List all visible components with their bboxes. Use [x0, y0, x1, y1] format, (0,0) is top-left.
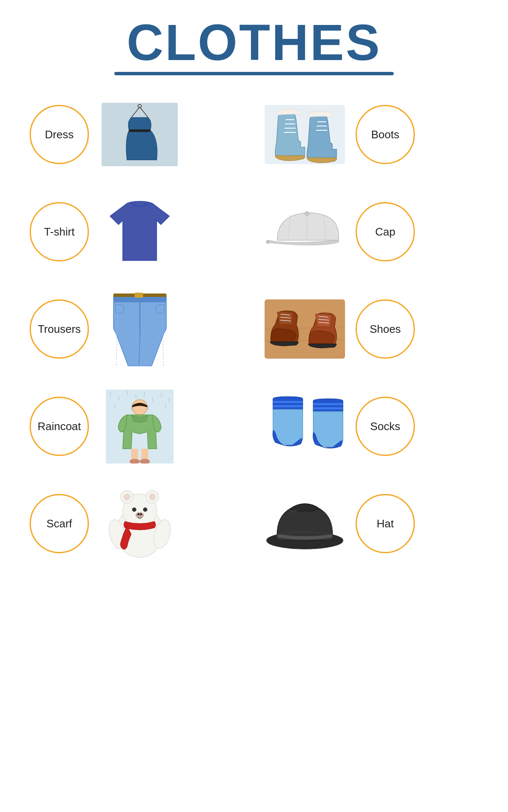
boots-label: Boots — [356, 105, 415, 164]
raincoat-label: Raincoat — [30, 397, 89, 456]
hat-label: Hat — [356, 494, 415, 553]
svg-rect-34 — [135, 395, 136, 399]
svg-point-59 — [143, 508, 147, 512]
page-title: CLOTHES — [8, 17, 500, 68]
svg-rect-36 — [152, 397, 153, 401]
list-item: Dress — [25, 92, 250, 177]
svg-rect-37 — [161, 393, 162, 397]
hat-image — [262, 490, 347, 557]
socks-image — [262, 392, 347, 460]
cap-image — [262, 198, 347, 266]
list-item: Socks — [258, 384, 483, 469]
svg-rect-45 — [141, 449, 148, 461]
svg-point-43 — [132, 400, 147, 415]
svg-rect-42 — [165, 404, 166, 409]
svg-rect-38 — [168, 398, 169, 402]
page-header: CLOTHES — [0, 0, 508, 75]
clothing-grid: Dress Boots — [0, 75, 508, 583]
scarf-label: Scarf — [30, 494, 89, 553]
svg-rect-44 — [131, 449, 138, 461]
title-underline — [114, 72, 394, 75]
svg-point-58 — [132, 508, 136, 512]
raincoat-image — [97, 392, 182, 460]
scarf-image — [97, 490, 182, 557]
shoes-image — [262, 295, 347, 363]
dress-image — [97, 101, 182, 168]
svg-point-61 — [138, 513, 140, 516]
svg-rect-51 — [313, 407, 343, 409]
tshirt-label: T-shirt — [30, 202, 89, 261]
svg-rect-48 — [273, 401, 303, 403]
list-item: Shoes — [258, 287, 483, 371]
svg-rect-31 — [110, 392, 111, 396]
svg-rect-41 — [148, 406, 149, 410]
cap-label: Cap — [356, 202, 415, 261]
tshirt-image — [97, 198, 182, 266]
socks-label: Socks — [356, 397, 415, 456]
svg-rect-50 — [313, 403, 343, 405]
list-item: Trousers — [25, 287, 250, 371]
list-item: T-shirt — [25, 189, 250, 274]
svg-point-13 — [305, 211, 309, 216]
svg-point-60 — [135, 512, 144, 518]
svg-rect-16 — [135, 293, 143, 298]
svg-point-56 — [124, 494, 130, 500]
list-item: Hat — [258, 481, 483, 566]
list-item: Scarf — [25, 481, 250, 566]
list-item: Cap — [258, 189, 483, 274]
svg-rect-35 — [144, 392, 145, 396]
boots-image — [262, 101, 347, 168]
dress-label: Dress — [30, 105, 89, 164]
list-item: Raincoat — [25, 384, 250, 469]
svg-rect-39 — [114, 404, 115, 409]
trousers-image — [97, 295, 182, 363]
svg-rect-49 — [273, 405, 303, 407]
svg-rect-32 — [119, 396, 119, 400]
shoes-label: Shoes — [356, 299, 415, 359]
svg-point-62 — [140, 513, 142, 516]
svg-rect-33 — [127, 391, 128, 395]
trousers-label: Trousers — [30, 299, 89, 359]
svg-point-57 — [149, 494, 156, 500]
svg-rect-4 — [129, 129, 150, 132]
list-item: Boots — [258, 92, 483, 177]
